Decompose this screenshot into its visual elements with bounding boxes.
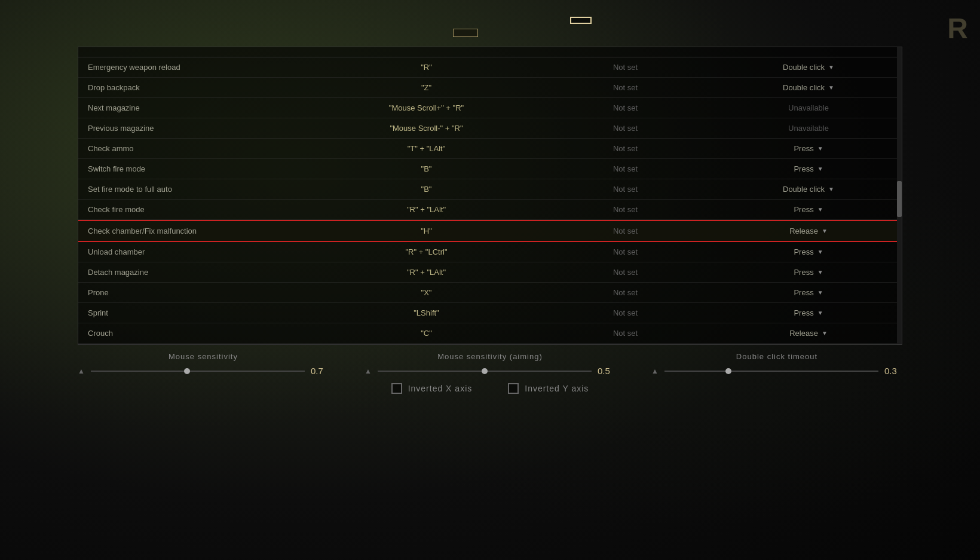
action-cell: Crouch [88,329,327,338]
press-type-cell[interactable]: Double click ▼ [725,185,892,194]
key2-cell[interactable]: Not set [526,103,725,112]
key2-cell[interactable]: Not set [526,247,725,256]
action-cell: Switch fire mode [88,164,327,173]
dropdown-arrow-icon[interactable]: ▼ [828,186,834,192]
table-row[interactable]: Crouch "C" Not set Release ▼ [78,323,902,344]
slider-value-mouse-sensitivity: 0.7 [311,366,329,376]
slider-group-double-click-timeout: Double click timeout ▲ 0.3 [651,352,902,376]
dropdown-arrow-icon[interactable]: ▼ [828,84,834,91]
table-row[interactable]: Previous magazine "Mouse Scroll-" + "R" … [78,118,902,139]
key1-cell[interactable]: "R" + "LAlt" [327,268,526,277]
key1-cell[interactable]: "B" [327,164,526,173]
key2-cell[interactable]: Not set [526,185,725,194]
key1-cell[interactable]: "Mouse Scroll-" + "R" [327,124,526,133]
table-row[interactable]: Check fire mode "R" + "LAlt" Not set Pre… [78,200,902,220]
key2-cell[interactable]: Not set [526,329,725,338]
dropdown-arrow-icon[interactable]: ▼ [817,289,823,296]
press-type-cell[interactable]: Double click ▼ [725,63,892,72]
slider-thumb-mouse-sensitivity-aiming[interactable] [482,368,488,374]
key2-cell[interactable]: Not set [526,288,725,297]
table-row[interactable]: Next walk pose "Mouse Scroll+" + "C" Not… [78,344,902,344]
press-type-cell[interactable]: Press ▼ [725,268,892,277]
slider-track-mouse-sensitivity[interactable] [91,371,305,372]
key2-cell[interactable]: Not set [526,63,725,72]
table-row[interactable]: Check chamber/Fix malfunction "H" Not se… [78,220,902,242]
key1-cell[interactable]: "R" + "LCtrl" [327,247,526,256]
bottom-controls: Mouse sensitivity ▲ 0.7 Mouse sensitivit… [78,352,902,394]
tab-keyboard-mouse[interactable] [453,29,478,37]
checkbox-label-inverted-x: Inverted X axis [408,384,473,393]
press-type-cell[interactable]: Press ▼ [725,205,892,214]
press-type-cell[interactable]: Press ▼ [725,308,892,317]
scrollbar[interactable] [897,47,902,344]
press-type-cell[interactable]: Press ▼ [725,247,892,256]
key2-cell[interactable]: Not set [526,144,725,153]
press-type-cell[interactable]: Press ▼ [725,144,892,153]
slider-left-arrow-mouse-sensitivity-aiming[interactable]: ▲ [365,367,372,375]
slider-thumb-mouse-sensitivity[interactable] [184,368,190,374]
table-row[interactable]: Check ammo "T" + "LAlt" Not set Press ▼ [78,139,902,159]
slider-left-arrow-mouse-sensitivity[interactable]: ▲ [78,367,85,375]
tab-controls[interactable] [570,17,592,24]
key2-cell[interactable]: Not set [526,308,725,317]
dropdown-arrow-icon[interactable]: ▼ [822,228,828,234]
dropdown-arrow-icon[interactable]: ▼ [817,145,823,152]
key2-cell[interactable]: Not set [526,227,725,235]
tab-game[interactable] [388,18,398,23]
tab-phrases[interactable] [502,29,527,37]
action-cell: Drop backpack [88,83,327,92]
slider-track-mouse-sensitivity-aiming[interactable] [378,371,592,372]
key1-cell[interactable]: "R" [327,63,526,72]
key2-cell[interactable]: Not set [526,205,725,214]
press-type-cell[interactable]: Double click ▼ [725,83,892,92]
table-header [78,47,902,57]
table-row[interactable]: Detach magazine "R" + "LAlt" Not set Pre… [78,262,902,283]
table-row[interactable]: Drop backpack "Z" Not set Double click ▼ [78,78,902,98]
key1-cell[interactable]: "T" + "LAlt" [327,144,526,153]
table-row[interactable]: Emergency weapon reload "R" Not set Doub… [78,57,902,78]
table-row[interactable]: Prone "X" Not set Press ▼ [78,283,902,303]
key1-cell[interactable]: "Z" [327,83,526,92]
table-row[interactable]: Set fire mode to full auto "B" Not set D… [78,179,902,200]
key2-cell[interactable]: Not set [526,83,725,92]
scrollbar-thumb[interactable] [897,181,902,217]
checkbox-item-inverted-y[interactable]: Inverted Y axis [508,383,589,394]
table-row[interactable]: Next magazine "Mouse Scroll+" + "R" Not … [78,98,902,118]
key1-cell[interactable]: "R" + "LAlt" [327,205,526,214]
slider-thumb-double-click-timeout[interactable] [725,368,731,374]
key1-cell[interactable]: "C" [327,329,526,338]
key1-cell[interactable]: "Mouse Scroll+" + "R" [327,103,526,112]
table-row[interactable]: Sprint "LShift" Not set Press ▼ [78,303,902,323]
key2-cell[interactable]: Not set [526,164,725,173]
checkbox-item-inverted-x[interactable]: Inverted X axis [391,383,473,394]
dropdown-arrow-icon[interactable]: ▼ [817,206,823,213]
key2-cell[interactable]: Not set [526,268,725,277]
key1-cell[interactable]: "B" [327,185,526,194]
checkbox-inverted-y[interactable] [508,383,519,394]
slider-left-arrow-double-click-timeout[interactable]: ▲ [651,367,659,375]
dropdown-arrow-icon[interactable]: ▼ [817,166,823,172]
key2-cell[interactable]: Not set [526,124,725,133]
key1-cell[interactable]: "X" [327,288,526,297]
press-type-cell[interactable]: Release ▼ [725,227,892,235]
checkbox-label-inverted-y: Inverted Y axis [525,384,589,393]
key1-cell[interactable]: "LShift" [327,308,526,317]
dropdown-arrow-icon[interactable]: ▼ [817,249,823,255]
slider-value-mouse-sensitivity-aiming: 0.5 [598,366,615,376]
press-type-cell[interactable]: Press ▼ [725,164,892,173]
dropdown-arrow-icon[interactable]: ▼ [828,64,834,71]
table-row[interactable]: Unload chamber "R" + "LCtrl" Not set Pre… [78,242,902,262]
slider-label-mouse-sensitivity-aiming: Mouse sensitivity (aiming) [437,352,543,361]
press-type-cell[interactable]: Release ▼ [725,329,892,338]
dropdown-arrow-icon[interactable]: ▼ [822,330,828,336]
tab-postfx[interactable] [479,18,489,23]
dropdown-arrow-icon[interactable]: ▼ [817,310,823,316]
checkbox-inverted-x[interactable] [391,383,402,394]
tab-sound[interactable] [525,18,534,23]
table-row[interactable]: Switch fire mode "B" Not set Press ▼ [78,159,902,179]
slider-track-double-click-timeout[interactable] [664,371,878,372]
dropdown-arrow-icon[interactable]: ▼ [817,269,823,276]
press-type-cell[interactable]: Press ▼ [725,288,892,297]
key1-cell[interactable]: "H" [327,227,526,235]
tab-graphics[interactable] [434,18,443,23]
